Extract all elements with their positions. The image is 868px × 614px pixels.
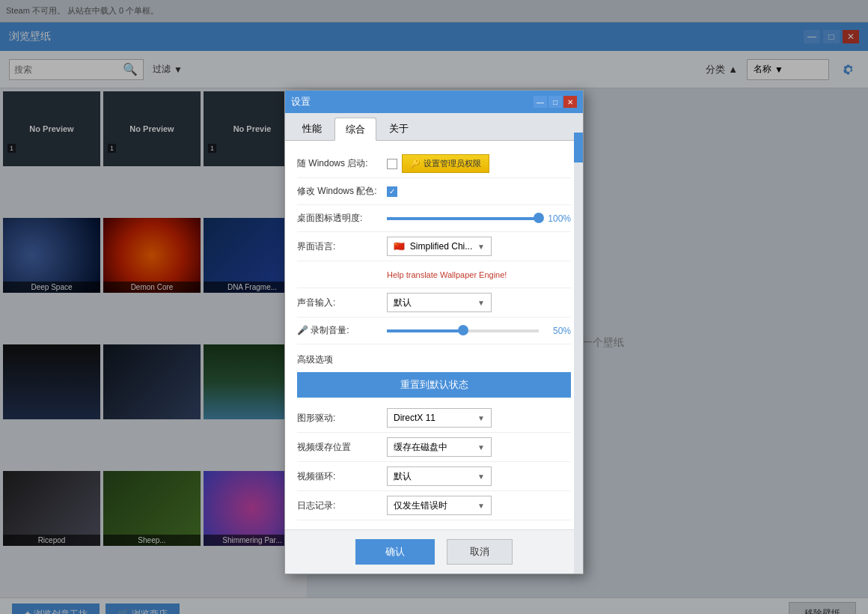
translate-row: Help translate Wallpaper Engine! [297, 261, 571, 288]
voice-dropdown-arrow-icon: ▼ [477, 299, 485, 307]
startup-checkbox[interactable] [387, 159, 397, 169]
record-volume-row: 🎤 录制音量: 50% [297, 317, 571, 344]
icon-opacity-control: 100% [387, 213, 571, 224]
startup-row: 随 Windows 启动: 🔑 设置管理员权限 [297, 150, 571, 178]
cache-location-control: 缓存在磁盘中 ▼ [387, 437, 571, 457]
icon-opacity-label: 桌面图标透明度: [297, 212, 387, 225]
language-value: Simplified Chi... [410, 241, 472, 252]
log-dropdown[interactable]: 仅发生错误时 ▼ [387, 496, 492, 515]
scroll-thumb[interactable] [574, 133, 583, 162]
graphics-dropdown-arrow-icon: ▼ [477, 414, 485, 422]
dialog-title-bar: 设置 — □ ✕ [285, 91, 583, 113]
dialog-close-button[interactable]: ✕ [563, 96, 577, 108]
admin-btn-label: 设置管理员权限 [424, 158, 481, 169]
video-loop-value: 默认 [394, 470, 412, 483]
settings-dialog: 设置 — □ ✕ 性能 综合 关于 随 Windows 启动: 🔑 [284, 90, 584, 574]
loop-dropdown-arrow-icon: ▼ [477, 472, 485, 481]
modify-colors-control: ✓ [387, 186, 571, 197]
dialog-title: 设置 [291, 95, 311, 109]
startup-control: 🔑 设置管理员权限 [387, 154, 571, 173]
voice-input-dropdown[interactable]: 默认 ▼ [387, 293, 492, 312]
log-dropdown-arrow-icon: ▼ [477, 502, 485, 510]
cache-location-row: 视频缓存位置 缓存在磁盘中 ▼ [297, 433, 571, 462]
language-row: 界面语言: 🇨🇳 Simplified Chi... ▼ [297, 232, 571, 261]
dialog-footer: 确认 取消 [285, 529, 583, 574]
translate-control: Help translate Wallpaper Engine! [387, 270, 571, 279]
opacity-fill [387, 217, 539, 220]
cache-location-dropdown[interactable]: 缓存在磁盘中 ▼ [387, 437, 492, 457]
dialog-minimize-button[interactable]: — [534, 96, 547, 108]
record-volume-control: 50% [387, 326, 571, 336]
voice-input-control: 默认 ▼ [387, 293, 571, 312]
tab-about[interactable]: 关于 [378, 118, 420, 140]
video-loop-dropdown[interactable]: 默认 ▼ [387, 466, 492, 486]
video-loop-label: 视频循环: [297, 470, 387, 483]
language-dropdown[interactable]: 🇨🇳 Simplified Chi... ▼ [387, 237, 492, 256]
icon-opacity-row: 桌面图标透明度: 100% [297, 205, 571, 232]
record-volume-label: 🎤 录制音量: [297, 324, 387, 337]
volume-fill [387, 329, 463, 332]
settings-body: 随 Windows 启动: 🔑 设置管理员权限 修改 Windows 配色: ✓ [285, 141, 583, 529]
log-label: 日志记录: [297, 499, 387, 512]
language-dropdown-arrow-icon: ▼ [477, 243, 485, 251]
dialog-ok-button[interactable]: 确认 [355, 539, 435, 565]
graphics-driver-row: 图形驱动: DirectX 11 ▼ [297, 404, 571, 433]
admin-button[interactable]: 🔑 设置管理员权限 [402, 154, 489, 173]
volume-thumb[interactable] [458, 325, 468, 335]
volume-value: 50% [545, 326, 571, 336]
voice-input-row: 声音输入: 默认 ▼ [297, 288, 571, 317]
cache-location-value: 缓存在磁盘中 [394, 441, 447, 454]
checkmark-icon: ✓ [389, 187, 395, 195]
cache-location-label: 视频缓存位置 [297, 441, 387, 454]
settings-tabs: 性能 综合 关于 [285, 113, 583, 141]
startup-label: 随 Windows 启动: [297, 157, 387, 170]
opacity-value: 100% [545, 213, 571, 224]
graphics-driver-control: DirectX 11 ▼ [387, 408, 571, 428]
tab-general[interactable]: 综合 [334, 118, 376, 141]
icon-opacity-slider[interactable]: 100% [387, 213, 571, 224]
translate-link[interactable]: Help translate Wallpaper Engine! [387, 270, 507, 279]
dialog-scrollbar[interactable] [574, 133, 583, 574]
log-value: 仅发生错误时 [394, 499, 447, 512]
admin-icon: 🔑 [410, 159, 421, 168]
dialog-cancel-button[interactable]: 取消 [447, 539, 513, 565]
advanced-section-header: 高级选项 [297, 353, 571, 366]
log-control: 仅发生错误时 ▼ [387, 496, 571, 515]
modify-colors-label: 修改 Windows 配色: [297, 185, 387, 198]
graphics-driver-label: 图形驱动: [297, 412, 387, 425]
volume-track [387, 329, 539, 332]
record-volume-slider[interactable]: 50% [387, 326, 571, 336]
graphics-driver-dropdown[interactable]: DirectX 11 ▼ [387, 408, 492, 428]
dialog-maximize-button[interactable]: □ [548, 96, 562, 108]
reset-defaults-button[interactable]: 重置到默认状态 [297, 372, 571, 398]
modify-colors-checkbox[interactable]: ✓ [387, 186, 397, 197]
opacity-track [387, 217, 539, 220]
video-loop-row: 视频循环: 默认 ▼ [297, 462, 571, 491]
log-row: 日志记录: 仅发生错误时 ▼ [297, 491, 571, 520]
settings-overlay: 设置 — □ ✕ 性能 综合 关于 随 Windows 启动: 🔑 [0, 0, 868, 614]
language-flag: 🇨🇳 [394, 241, 405, 252]
dialog-title-controls: — □ ✕ [534, 96, 577, 108]
voice-input-label: 声音输入: [297, 297, 387, 309]
language-label: 界面语言: [297, 240, 387, 253]
cache-dropdown-arrow-icon: ▼ [477, 443, 485, 452]
language-control: 🇨🇳 Simplified Chi... ▼ [387, 237, 571, 256]
opacity-thumb[interactable] [534, 213, 544, 223]
graphics-driver-value: DirectX 11 [394, 413, 435, 423]
voice-input-value: 默认 [394, 297, 412, 309]
tab-performance[interactable]: 性能 [291, 118, 333, 140]
mic-icon: 🎤 [297, 325, 308, 335]
video-loop-control: 默认 ▼ [387, 466, 571, 486]
modify-colors-row: 修改 Windows 配色: ✓ [297, 178, 571, 205]
